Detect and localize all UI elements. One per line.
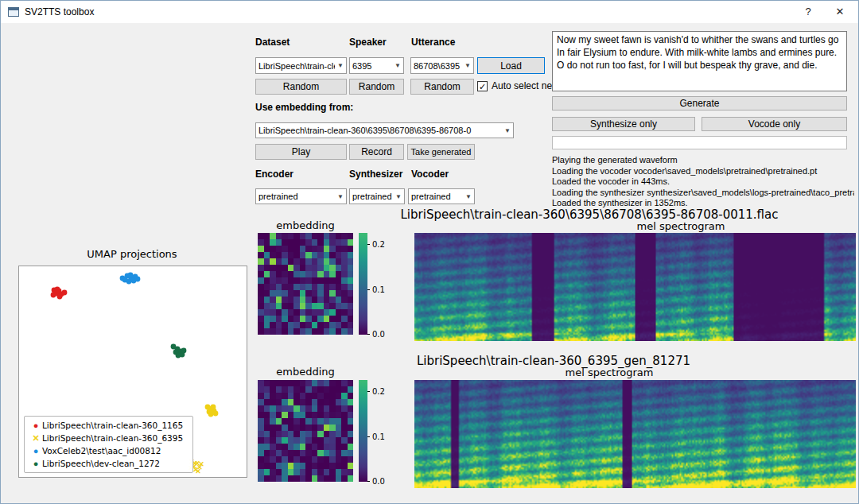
synthesizer-select-value: pretrained (352, 192, 393, 201)
synthesizer-label: Synthesizer (349, 169, 402, 180)
embedding-colorbar (359, 380, 367, 482)
dataset-label: Dataset (255, 37, 290, 48)
legend-label: LibriSpeech\dev-clean_1272 (42, 459, 160, 468)
mel-spectrogram-title: mel spectrogram (442, 220, 859, 232)
random-utterance-button[interactable]: Random (410, 79, 474, 95)
chevron-down-icon: ▼ (463, 193, 472, 200)
legend-item: ● LibriSpeech\train-clean-360_1165 (29, 419, 188, 432)
umap-title: UMAP projections (50, 248, 214, 260)
colorbar-tick-label: 0.2 (372, 240, 385, 249)
use-embedding-heading: Use embedding from: (255, 102, 353, 113)
vocoder-select-value: pretrained (411, 192, 463, 201)
vocoder-select[interactable]: pretrained ▼ (408, 188, 475, 204)
vocode-only-button[interactable]: Vocode only (702, 117, 847, 131)
close-button[interactable]: ✕ (825, 1, 855, 23)
mel-spectrogram-plot (414, 380, 856, 488)
log-line: Loading the vocoder vocoder\saved_models… (552, 166, 854, 177)
help-button[interactable]: ? (793, 1, 823, 23)
colorbar-tick (367, 289, 370, 290)
encoder-select[interactable]: pretrained ▼ (255, 188, 347, 204)
legend-label: LibriSpeech\train-clean-360_1165 (42, 421, 183, 430)
text-to-synthesize-input[interactable]: Now my sweet fawn is vanish'd to whither… (552, 31, 847, 91)
synthesize-only-button[interactable]: Synthesize only (552, 117, 695, 131)
app-window: SV2TTS toolbox ? ✕ Dataset Speaker Utter… (0, 0, 859, 504)
utterance-label: Utterance (411, 37, 455, 48)
colorbar-tick-label: 0.0 (372, 477, 385, 486)
auto-select-label: Auto select next (492, 80, 559, 91)
generate-button[interactable]: Generate (552, 96, 847, 110)
encoder-label: Encoder (255, 169, 293, 180)
legend-item: ● VoxCeleb2\test\aac_id00812 (29, 444, 188, 457)
embedding-colorbar (359, 233, 367, 335)
chevron-down-icon: ▼ (335, 193, 344, 200)
legend-item: ● LibriSpeech\dev-clean_1272 (29, 457, 188, 470)
checkbox-check-icon: ✓ (477, 81, 488, 91)
log-line: Loaded the vocoder in 443ms. (552, 176, 854, 188)
colorbar-tick-label: 0.2 (372, 387, 385, 396)
chevron-down-icon: ▼ (502, 127, 511, 134)
speaker-select[interactable]: 6395 ▼ (349, 57, 404, 74)
legend-item: ✕ LibriSpeech\train-clean-360_6395 (29, 432, 188, 444)
legend-label: LibriSpeech\train-clean-360_6395 (42, 433, 183, 443)
umap-legend: ● LibriSpeech\train-clean-360_1165 ✕ Lib… (24, 416, 193, 473)
utterance-select-value: 86708\6395 (414, 61, 462, 71)
colorbar-tick-label: 0.0 (372, 330, 385, 339)
mel-spectrogram-plot (414, 233, 856, 341)
colorbar-tick-label: 0.1 (372, 432, 385, 441)
titlebar: SV2TTS toolbox ? ✕ (1, 1, 858, 23)
random-speaker-button[interactable]: Random (349, 79, 404, 95)
random-dataset-button[interactable]: Random (255, 79, 347, 95)
play-button[interactable]: Play (255, 144, 347, 160)
window-title: SV2TTS toolbox (25, 6, 94, 17)
svg-text:✕: ✕ (195, 467, 201, 475)
log-line: Loading the synthesizer synthesizer\save… (552, 188, 854, 199)
colorbar-tick (367, 334, 370, 335)
log-line: Playing the generated waveform (552, 155, 854, 166)
vocoder-label: Vocoder (411, 169, 449, 180)
chevron-down-icon: ▼ (462, 62, 471, 69)
auto-select-checkbox[interactable]: ✓ Auto select next (477, 80, 559, 91)
colorbar-tick (367, 244, 370, 245)
embedding-source-value: LibriSpeech\train-clean-360\6395\86708\6… (258, 126, 502, 135)
dataset-select[interactable]: LibriSpeech\train-cle ▼ (255, 57, 347, 74)
take-generated-button[interactable]: Take generated (407, 144, 475, 160)
embedding-heatmap (258, 380, 353, 482)
speaker-select-value: 6395 (352, 61, 392, 71)
colorbar-tick (367, 436, 370, 437)
chevron-down-icon: ▼ (393, 193, 402, 200)
colorbar-tick (367, 481, 370, 482)
status-log: Playing the generated waveform Loading t… (552, 155, 854, 209)
chevron-down-icon: ▼ (392, 62, 401, 69)
legend-x-icon: ✕ (29, 432, 42, 444)
dataset-select-value: LibriSpeech\train-cle (258, 61, 335, 71)
record-button[interactable]: Record (349, 144, 404, 160)
legend-label: VoxCeleb2\test\aac_id00812 (42, 446, 161, 456)
embedding-heatmap (258, 233, 353, 335)
load-button[interactable]: Load (477, 57, 545, 74)
embedding-plot-title: embedding (258, 219, 353, 231)
synthesizer-select[interactable]: pretrained ▼ (349, 188, 405, 204)
mel-spectrogram-title: mel spectrogram (371, 366, 848, 378)
legend-dot-icon: ● (29, 444, 42, 457)
colorbar-tick-label: 0.1 (372, 285, 385, 294)
utterance-select[interactable]: 86708\6395 ▼ (410, 57, 474, 74)
embedding-source-select[interactable]: LibriSpeech\train-clean-360\6395\86708\6… (255, 122, 514, 138)
speaker-label: Speaker (349, 37, 387, 48)
legend-dot-icon: ● (29, 457, 42, 470)
generation-progress-bar (552, 136, 847, 149)
encoder-select-value: pretrained (258, 192, 335, 201)
colorbar-tick (367, 391, 370, 392)
umap-plot: ✕✕✕✕✕✕✕✕✕ ● LibriSpeech\train-clean-360_… (18, 266, 247, 478)
legend-dot-icon: ● (29, 419, 42, 432)
embedding-plot-title: embedding (258, 366, 353, 378)
chevron-down-icon: ▼ (335, 62, 344, 69)
app-icon (8, 7, 19, 17)
